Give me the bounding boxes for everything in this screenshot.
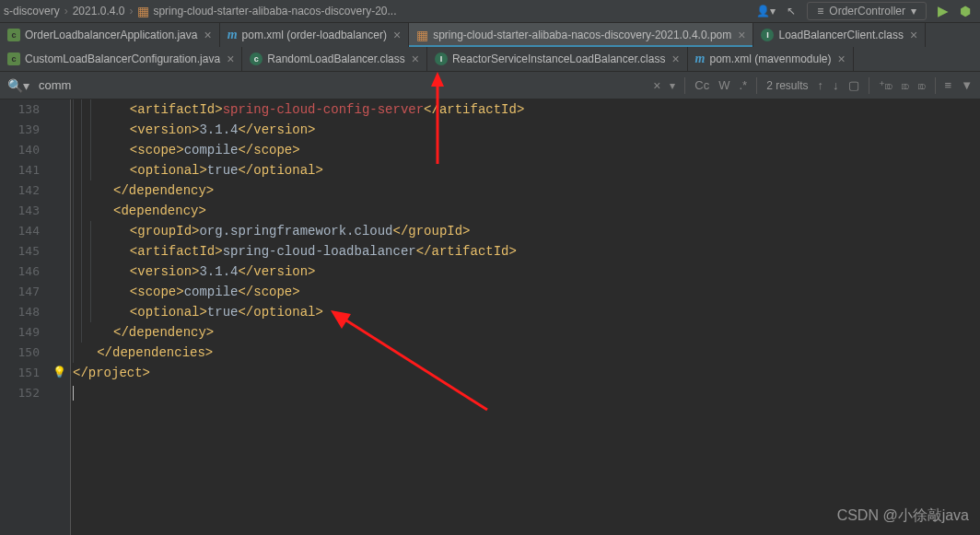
close-icon[interactable]: ×	[838, 52, 846, 66]
clear-icon[interactable]: ×	[653, 78, 660, 93]
watermark: CSDN @小徐敲java	[837, 506, 969, 526]
editor-tabs: cOrderLoadbalancerApplication.java× mpom…	[0, 23, 980, 72]
filter-icon[interactable]: ▼	[961, 78, 973, 92]
run-config-icon: ≡	[817, 5, 823, 17]
match-case-icon[interactable]: Cc	[694, 78, 709, 92]
regex-icon[interactable]: .*	[740, 78, 748, 92]
breadcrumb: s-discovery› 2021.0.4.0› ▦spring-cloud-s…	[0, 4, 756, 18]
fold-margin: 💡	[51, 99, 71, 535]
tab-randomlb[interactable]: cRandomLoadBalancer.class×	[242, 47, 427, 71]
bulb-icon[interactable]: 💡	[52, 366, 66, 378]
breadcrumb-item[interactable]: s-discovery	[4, 5, 60, 17]
tab-nacos-pom[interactable]: ▦spring-cloud-starter-alibaba-nacos-disc…	[409, 23, 753, 47]
class-icon: c	[250, 52, 262, 65]
close-icon[interactable]: ×	[227, 52, 234, 66]
run-configuration[interactable]: ≡OrderController▾	[807, 2, 927, 20]
close-icon[interactable]: ×	[671, 52, 679, 66]
code-area[interactable]: <artifactId>spring-cloud-config-server</…	[71, 99, 980, 535]
java-icon: c	[7, 52, 20, 65]
toggle-selection-icon[interactable]: ⎄	[918, 78, 926, 92]
close-icon[interactable]: ×	[204, 28, 211, 42]
user-icon[interactable]: 👤▾	[756, 5, 776, 17]
code-editor[interactable]: 138139140141 142 143 144145146147148 149…	[0, 99, 980, 535]
close-icon[interactable]: ×	[738, 28, 745, 42]
settings-icon[interactable]: ≡	[945, 78, 952, 92]
breadcrumb-item[interactable]: 2021.0.4.0	[73, 5, 125, 17]
select-all-icon[interactable]: ▢	[848, 78, 859, 92]
close-icon[interactable]: ×	[910, 28, 917, 42]
run-icon[interactable]: ▶	[938, 3, 949, 19]
tab-loadbalancerclient[interactable]: ILoadBalancerClient.class×	[753, 23, 926, 47]
find-input[interactable]	[39, 78, 315, 92]
tab-orderloadbalancer[interactable]: cOrderLoadbalancerApplication.java×	[0, 23, 220, 47]
search-icon: 🔍▾	[7, 78, 29, 93]
back-icon[interactable]: ↖	[787, 5, 796, 17]
pom-icon: ▦	[137, 4, 149, 18]
tab-reactorlb[interactable]: IReactorServiceInstanceLoadBalancer.clas…	[427, 47, 688, 71]
maven-icon: m	[228, 28, 238, 42]
toolbar-right: 👤▾ ↖ ≡OrderController▾ ▶ ⬢	[756, 2, 980, 20]
debug-icon[interactable]: ⬢	[960, 4, 971, 18]
class-icon: I	[435, 52, 448, 65]
next-icon[interactable]: ↓	[833, 78, 839, 92]
pin-icon[interactable]: ▾	[670, 79, 675, 92]
find-bar: 🔍▾ × ▾ Cc W .* 2 results ↑ ↓ ▢ ⁺⎄ ⎄ ⎄ ≡ …	[0, 72, 980, 99]
class-icon: I	[761, 29, 774, 41]
breadcrumb-item[interactable]: ▦spring-cloud-starter-alibaba-nacos-disc…	[137, 4, 396, 18]
close-icon[interactable]: ×	[393, 28, 401, 42]
add-selection-icon[interactable]: ⁺⎄	[879, 78, 892, 92]
tab-pom-maven[interactable]: mpom.xml (mavenmodule)×	[688, 47, 854, 71]
java-icon: c	[7, 29, 20, 41]
maven-icon: m	[695, 52, 706, 66]
line-gutter: 138139140141 142 143 144145146147148 149…	[0, 99, 51, 535]
results-count: 2 results	[766, 79, 808, 92]
tab-pom-order[interactable]: mpom.xml (order-loadbalancer)×	[220, 23, 409, 47]
top-toolbar: s-discovery› 2021.0.4.0› ▦spring-cloud-s…	[0, 0, 980, 23]
select-occurrence-icon[interactable]: ⎄	[902, 78, 909, 92]
prev-icon[interactable]: ↑	[818, 78, 824, 92]
whole-word-icon[interactable]: W	[718, 78, 729, 92]
tab-customlb[interactable]: cCustomLoadBalancerConfiguration.java×	[0, 47, 242, 71]
close-icon[interactable]: ×	[412, 52, 419, 66]
pom-icon: ▦	[416, 28, 428, 42]
